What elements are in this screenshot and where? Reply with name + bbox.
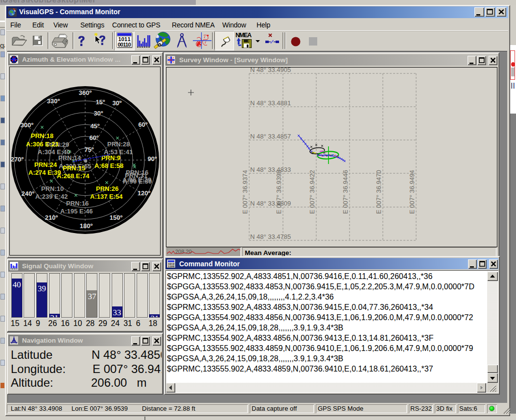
- svg-text:E 007° 36.9494: E 007° 36.9494: [408, 170, 416, 214]
- svg-text:A:274 E:39: A:274 E:39: [28, 169, 61, 176]
- svg-text:E 007° 36.9398: E 007° 36.9398: [275, 170, 282, 214]
- svg-text:E 007° 36.9422: E 007° 36.9422: [308, 170, 316, 214]
- svg-text:270º: 270º: [11, 156, 24, 163]
- svg-text:300º: 300º: [21, 121, 34, 129]
- svg-text:PRN:10: PRN:10: [41, 185, 64, 192]
- svg-text:E 007° 36.9470: E 007° 36.9470: [375, 170, 382, 214]
- svg-text:PRN:28: PRN:28: [107, 140, 130, 148]
- svg-text:A:268 E:74: A:268 E:74: [57, 172, 90, 180]
- svg-text:A:90 E:30: A:90 E:30: [123, 178, 152, 185]
- svg-text:60º: 60º: [89, 134, 98, 141]
- svg-text:NMEA: NMEA: [235, 32, 252, 39]
- svg-text:360º: 360º: [79, 89, 92, 96]
- svg-text:N 48° 33.4881: N 48° 33.4881: [250, 99, 291, 107]
- svg-text:A:195 E:46: A:195 E:46: [60, 208, 93, 215]
- svg-text:A:239 E:42: A:239 E:42: [35, 193, 68, 200]
- svg-text:15º: 15º: [95, 98, 105, 106]
- svg-text:PRN:24: PRN:24: [34, 161, 57, 168]
- svg-text:PRN:15: PRN:15: [63, 164, 85, 172]
- svg-text:A:306 E:23: A:306 E:23: [26, 140, 58, 148]
- svg-text:30º: 30º: [94, 110, 103, 117]
- svg-text:1100: 1100: [168, 265, 174, 268]
- svg-text:PRN:18: PRN:18: [31, 132, 53, 140]
- svg-text:N 48° 33.4905: N 48° 33.4905: [250, 68, 291, 73]
- svg-text:30º: 30º: [112, 99, 121, 107]
- svg-text:E 007° 36.9446: E 007° 36.9446: [342, 170, 349, 214]
- svg-text:A:68 E:58: A:68 E:58: [94, 162, 123, 169]
- svg-text:240º: 240º: [22, 190, 35, 197]
- svg-text:00110: 00110: [118, 42, 131, 47]
- svg-text:180º: 180º: [80, 222, 93, 230]
- svg-text:45º: 45º: [90, 122, 99, 130]
- svg-text:PRN:26: PRN:26: [96, 185, 118, 192]
- svg-text:N 48° 33.4857: N 48° 33.4857: [250, 133, 291, 140]
- svg-text:60º: 60º: [138, 121, 147, 128]
- svg-text:90º: 90º: [147, 155, 157, 163]
- svg-text:150º: 150º: [110, 214, 123, 221]
- svg-text:N 48° 33.4785: N 48° 33.4785: [250, 233, 291, 240]
- svg-text:120º: 120º: [138, 189, 151, 197]
- svg-text:330º: 330º: [47, 97, 60, 105]
- svg-text:A:137 E:54: A:137 E:54: [90, 193, 123, 200]
- svg-text:PRN:16: PRN:16: [66, 200, 89, 207]
- svg-text:210º: 210º: [45, 214, 58, 221]
- svg-text:E 007° 36.9374: E 007° 36.9374: [241, 170, 249, 214]
- svg-text:N 48° 33.4809: N 48° 33.4809: [250, 200, 291, 207]
- svg-text:N 48° 33.4833: N 48° 33.4833: [250, 166, 291, 173]
- svg-text:PRN:9: PRN:9: [101, 154, 120, 162]
- svg-text:75º: 75º: [84, 146, 94, 153]
